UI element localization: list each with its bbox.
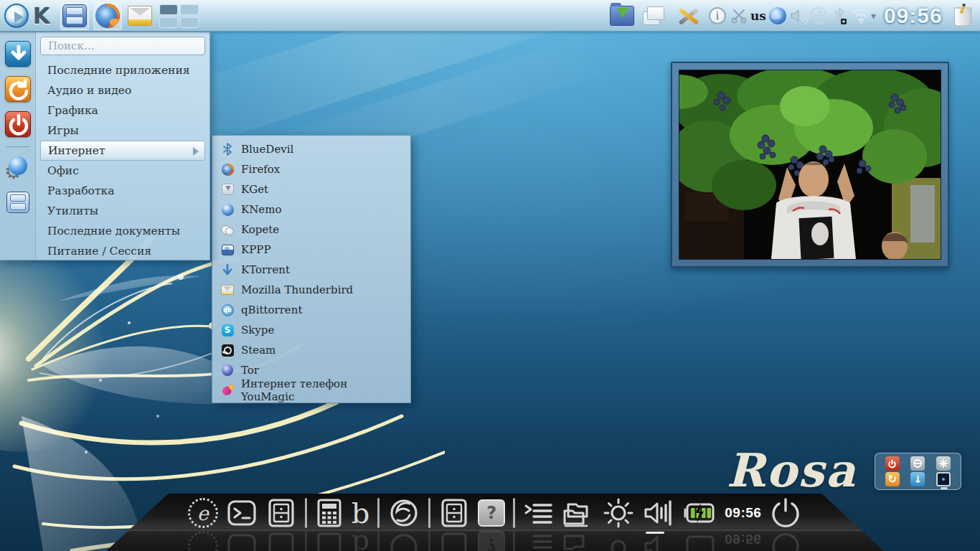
menu-item-recent-apps[interactable]: Последние приложения	[40, 60, 205, 80]
tray-expander-button[interactable]: ▾	[871, 0, 876, 32]
submenu-item-bluedevil[interactable]: BlueDevil	[212, 139, 410, 159]
wifi-tray-button[interactable]	[851, 0, 871, 32]
dock-archive-launcher[interactable]	[438, 497, 470, 529]
file-cabinet-icon	[438, 497, 470, 529]
rosa-menu-button[interactable]	[4, 0, 29, 32]
panel-clock[interactable]: 09:56	[884, 0, 943, 32]
photo-frame-widget[interactable]	[671, 62, 949, 268]
file-manager-launcher[interactable]	[60, 1, 89, 30]
mini-halt-button[interactable]	[910, 456, 925, 471]
dock-clock: 09:56	[725, 505, 761, 521]
menu-item-recent-documents[interactable]: Последние документы	[40, 221, 205, 241]
system-settings-button[interactable]	[4, 156, 32, 182]
crossed-tools-icon	[674, 4, 702, 28]
pager-desktop-4[interactable]	[180, 17, 199, 28]
menu-item-office[interactable]: Офис	[40, 161, 205, 181]
menu-item-audio-video[interactable]: Аудио и видео	[40, 80, 205, 100]
mini-restart-button[interactable]: ↻	[885, 472, 900, 486]
mini-freeze-button[interactable]	[936, 456, 951, 471]
dock-file-manager-launcher[interactable]	[265, 497, 297, 529]
submenu-item-youmagic[interactable]: Интернет телефон YouMagic	[212, 380, 410, 400]
power-icon	[6, 112, 32, 138]
terminal-icon	[226, 497, 258, 529]
application-menu: Последние приложения Аудио и видео Графи…	[0, 32, 210, 260]
dock-b-launcher[interactable]: b	[352, 499, 370, 527]
dock-calculator-launcher[interactable]	[315, 497, 344, 529]
kde-menu-button[interactable]: K	[33, 0, 50, 32]
keyboard-layout-button[interactable]: us	[750, 0, 766, 32]
pager-desktop-3[interactable]	[159, 17, 178, 28]
submenu-item-kppp[interactable]: KPPP	[212, 240, 410, 260]
mail-launcher[interactable]	[128, 0, 152, 32]
menu-category-list: Последние приложения Аудио и видео Графи…	[40, 60, 205, 261]
mini-suspend-button[interactable]: ↓	[910, 472, 925, 486]
dock-firefox-task[interactable]	[387, 496, 420, 529]
keyboard-layout-label: us	[750, 9, 766, 23]
dock-brightness-button[interactable]	[602, 496, 635, 529]
dock-enlightenment-launcher[interactable]: e	[188, 498, 218, 528]
clipboard-tray-button[interactable]	[730, 0, 748, 32]
volume-icon	[789, 6, 809, 25]
system-tools-button[interactable]	[674, 0, 702, 32]
dock-folders-button[interactable]	[561, 497, 594, 529]
dock-terminal-launcher[interactable]	[226, 497, 258, 529]
submenu-item-skype[interactable]: SSkype	[212, 320, 410, 340]
network-tray-button[interactable]	[769, 0, 786, 32]
pager-desktop-2[interactable]	[180, 4, 199, 15]
menu-item-games[interactable]: Игры	[40, 121, 205, 141]
kde-k-icon: K	[33, 4, 50, 29]
skype-icon: S	[221, 324, 234, 336]
speaker-icon	[643, 497, 674, 529]
dock-power-button[interactable]	[769, 496, 802, 529]
menu-item-utilities[interactable]: Утилиты	[40, 201, 205, 221]
dock-help-launcher[interactable]: ?	[478, 499, 505, 527]
bluetooth-tray-button[interactable]	[831, 0, 848, 32]
info-tray-button[interactable]: i	[709, 0, 726, 32]
download-tray-icon	[221, 183, 234, 196]
downloads-tray-button[interactable]	[610, 0, 634, 32]
dock-separator	[377, 498, 380, 528]
usb-tray-button[interactable]	[809, 0, 828, 32]
menu-item-development[interactable]: Разработка	[40, 181, 205, 201]
arrow-down-icon	[6, 42, 32, 67]
submenu-item-qbittorrent[interactable]: qbqBittorrent	[212, 300, 410, 320]
usb-icon	[809, 6, 828, 25]
shutdown-button[interactable]	[5, 111, 31, 137]
suspend-button[interactable]	[5, 41, 31, 67]
firefox-icon	[221, 163, 234, 176]
menu-item-graphics[interactable]: Графика	[40, 100, 205, 121]
trash-widget[interactable]	[953, 0, 971, 32]
submenu-item-ktorrent[interactable]: KTorrent	[212, 260, 410, 280]
search-input[interactable]	[40, 37, 205, 55]
mini-shutdown-button[interactable]	[885, 456, 900, 471]
desktop-pager[interactable]	[159, 0, 199, 32]
internet-submenu: BlueDevil Firefox KGet KNemo Kopete KPPP…	[212, 135, 411, 403]
session-mini-widget: ↻ ↓	[875, 453, 961, 490]
menu-item-internet[interactable]: Интернет	[40, 141, 205, 161]
mini-display-button[interactable]	[936, 472, 951, 486]
file-cabinet-icon	[6, 192, 29, 213]
file-manager-button[interactable]	[6, 192, 29, 213]
firefox-launcher[interactable]	[93, 1, 122, 30]
pager-desktop-1[interactable]	[159, 4, 178, 15]
restart-button[interactable]	[5, 76, 31, 102]
menu-sidebar	[0, 32, 36, 260]
dock-volume-button[interactable]	[643, 497, 674, 529]
globe-gear-icon	[4, 156, 32, 182]
dock-task-list-button[interactable]	[523, 499, 553, 527]
task-list-icon	[523, 499, 553, 527]
volume-tray-button[interactable]	[789, 0, 809, 32]
menu-item-power-session[interactable]: Питание / Сессия	[40, 241, 205, 261]
brightness-sun-icon	[602, 496, 635, 529]
photo-image	[679, 70, 941, 260]
power-icon	[769, 496, 802, 529]
dock-battery-indicator[interactable]	[682, 499, 717, 527]
submenu-item-kget[interactable]: KGet	[212, 179, 410, 199]
wifi-icon	[851, 7, 871, 24]
submenu-item-thunderbird[interactable]: Mozilla Thunderbird	[212, 280, 410, 300]
submenu-item-firefox[interactable]: Firefox	[212, 159, 410, 179]
submenu-item-steam[interactable]: Steam	[212, 340, 410, 360]
windows-tray-button[interactable]	[643, 0, 664, 32]
submenu-item-kopete[interactable]: Kopete	[212, 220, 410, 240]
submenu-item-knemo[interactable]: KNemo	[212, 199, 410, 220]
